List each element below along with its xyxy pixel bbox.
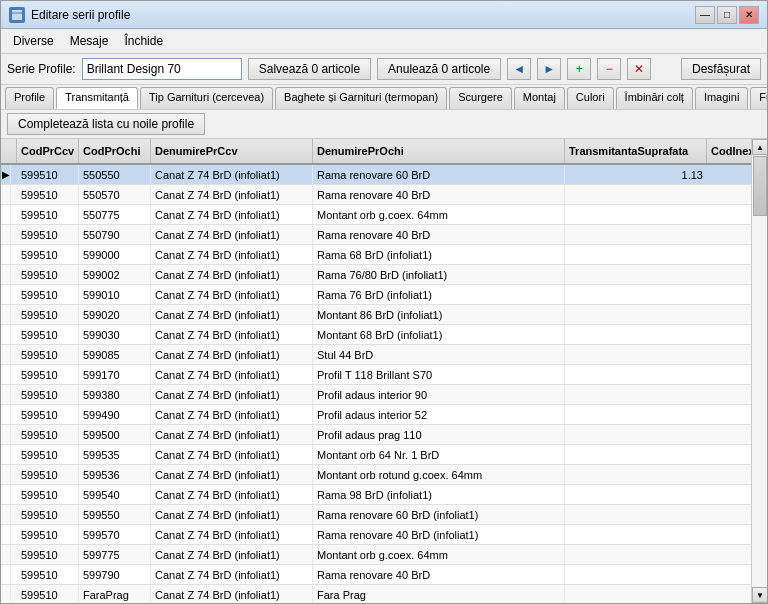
prev-button[interactable]: ◄ bbox=[507, 58, 531, 80]
cell-denumprcvv: Canat Z 74 BrD (infoliat1) bbox=[151, 285, 313, 304]
cell-codprochi: FaraPrag bbox=[79, 585, 151, 603]
cell-denumprcvv: Canat Z 74 BrD (infoliat1) bbox=[151, 385, 313, 404]
cell-transmitanta[interactable] bbox=[565, 225, 707, 244]
table-row[interactable]: 599510 599535 Canat Z 74 BrD (infoliat1)… bbox=[1, 445, 751, 465]
tab-transmitanta[interactable]: Transmitanță bbox=[56, 87, 138, 109]
cell-codprochi: 599540 bbox=[79, 485, 151, 504]
table-row[interactable]: 599510 599010 Canat Z 74 BrD (infoliat1)… bbox=[1, 285, 751, 305]
cell-transmitanta[interactable] bbox=[565, 205, 707, 224]
table-row[interactable]: 599510 FaraPrag Canat Z 74 BrD (infoliat… bbox=[1, 585, 751, 603]
cell-transmitanta[interactable] bbox=[565, 185, 707, 204]
scroll-thumb[interactable] bbox=[753, 156, 767, 216]
table-row[interactable]: 599510 599550 Canat Z 74 BrD (infoliat1)… bbox=[1, 505, 751, 525]
close-button[interactable]: ✕ bbox=[739, 6, 759, 24]
table-row[interactable]: 599510 599002 Canat Z 74 BrD (infoliat1)… bbox=[1, 265, 751, 285]
cell-transmitanta[interactable] bbox=[565, 565, 707, 584]
row-indicator bbox=[1, 285, 11, 304]
add-button[interactable]: + bbox=[567, 58, 591, 80]
remove-button[interactable]: − bbox=[597, 58, 621, 80]
cell-transmitanta[interactable] bbox=[565, 265, 707, 284]
cell-codprochi: 550790 bbox=[79, 225, 151, 244]
table-row[interactable]: 599510 550570 Canat Z 74 BrD (infoliat1)… bbox=[1, 185, 751, 205]
table-row[interactable]: 599510 599020 Canat Z 74 BrD (infoliat1)… bbox=[1, 305, 751, 325]
table-row[interactable]: 599510 599030 Canat Z 74 BrD (infoliat1)… bbox=[1, 325, 751, 345]
row-indicator bbox=[1, 245, 11, 264]
cell-denumprochi: Rama renovare 40 BrD bbox=[313, 225, 565, 244]
cell-transmitanta[interactable] bbox=[565, 425, 707, 444]
menu-mesaje[interactable]: Mesaje bbox=[62, 31, 117, 51]
scroll-up-button[interactable]: ▲ bbox=[752, 139, 767, 155]
tab-tip-garnituri[interactable]: Tip Garnituri (cercevea) bbox=[140, 87, 273, 109]
tab-functii[interactable]: Funcții ferea… bbox=[750, 87, 767, 109]
cell-transmitanta[interactable] bbox=[565, 525, 707, 544]
table-body[interactable]: ▶ 599510 550550 Canat Z 74 BrD (infoliat… bbox=[1, 165, 751, 603]
cell-transmitanta[interactable] bbox=[565, 245, 707, 264]
cell-denumprcvv: Canat Z 74 BrD (infoliat1) bbox=[151, 245, 313, 264]
row-indicator bbox=[1, 585, 11, 603]
cell-codprcvv: 599510 bbox=[17, 365, 79, 384]
table-row[interactable]: 599510 599170 Canat Z 74 BrD (infoliat1)… bbox=[1, 365, 751, 385]
expand-button[interactable]: Desfășurat bbox=[681, 58, 761, 80]
table-row[interactable]: 599510 550790 Canat Z 74 BrD (infoliat1)… bbox=[1, 225, 751, 245]
complete-list-button[interactable]: Completează lista cu noile profile bbox=[7, 113, 205, 135]
table-row[interactable]: 599510 599500 Canat Z 74 BrD (infoliat1)… bbox=[1, 425, 751, 445]
cell-codprochi: 599790 bbox=[79, 565, 151, 584]
scrollbar-vertical[interactable]: ▲ ▼ bbox=[751, 139, 767, 603]
table-row[interactable]: 599510 599540 Canat Z 74 BrD (infoliat1)… bbox=[1, 485, 751, 505]
cell-transmitanta[interactable] bbox=[565, 445, 707, 464]
table-row[interactable]: 599510 599775 Canat Z 74 BrD (infoliat1)… bbox=[1, 545, 751, 565]
cell-transmitanta[interactable] bbox=[565, 585, 707, 603]
tab-montaj[interactable]: Montaj bbox=[514, 87, 565, 109]
tab-imbinari[interactable]: Îmbinări colț bbox=[616, 87, 693, 109]
table-row[interactable]: 599510 599490 Canat Z 74 BrD (infoliat1)… bbox=[1, 405, 751, 425]
delete-button[interactable]: ✕ bbox=[627, 58, 651, 80]
cell-denumprochi: Montant orb rotund g.coex. 64mm bbox=[313, 465, 565, 484]
menu-inchide[interactable]: Închide bbox=[116, 31, 171, 51]
cell-transmitanta[interactable] bbox=[565, 465, 707, 484]
cell-transmitanta[interactable] bbox=[565, 365, 707, 384]
table-row[interactable]: 599510 599380 Canat Z 74 BrD (infoliat1)… bbox=[1, 385, 751, 405]
table-row[interactable]: 599510 599085 Canat Z 74 BrD (infoliat1)… bbox=[1, 345, 751, 365]
cell-denumprcvv: Canat Z 74 BrD (infoliat1) bbox=[151, 325, 313, 344]
window-title: Editare serii profile bbox=[31, 8, 130, 22]
window-icon bbox=[9, 7, 25, 23]
row-indicator bbox=[1, 185, 11, 204]
cell-transmitanta[interactable] bbox=[565, 405, 707, 424]
table-row[interactable]: 599510 599570 Canat Z 74 BrD (infoliat1)… bbox=[1, 525, 751, 545]
tab-baghete[interactable]: Baghete și Garnituri (termopan) bbox=[275, 87, 447, 109]
cell-codprochi: 599380 bbox=[79, 385, 151, 404]
cell-denumprochi: Profil adaus prag 110 bbox=[313, 425, 565, 444]
cell-transmitanta[interactable] bbox=[565, 485, 707, 504]
cell-denumprcvv: Canat Z 74 BrD (infoliat1) bbox=[151, 205, 313, 224]
cell-transmitanta[interactable] bbox=[565, 305, 707, 324]
cell-transmitanta[interactable]: 1.13 bbox=[565, 165, 707, 184]
scroll-track[interactable] bbox=[752, 155, 767, 587]
cell-denumprochi: Fara Prag bbox=[313, 585, 565, 603]
tab-scurgere[interactable]: Scurgere bbox=[449, 87, 512, 109]
save-button[interactable]: Salvează 0 articole bbox=[248, 58, 371, 80]
cell-transmitanta[interactable] bbox=[565, 285, 707, 304]
cell-denumprochi: Rama 76 BrD (infoliat1) bbox=[313, 285, 565, 304]
cell-transmitanta[interactable] bbox=[565, 345, 707, 364]
cell-transmitanta[interactable] bbox=[565, 505, 707, 524]
cancel-button[interactable]: Anulează 0 articole bbox=[377, 58, 501, 80]
serie-input[interactable] bbox=[82, 58, 242, 80]
next-button[interactable]: ► bbox=[537, 58, 561, 80]
table-row[interactable]: 599510 550775 Canat Z 74 BrD (infoliat1)… bbox=[1, 205, 751, 225]
tab-culori[interactable]: Culori bbox=[567, 87, 614, 109]
table-row[interactable]: 599510 599536 Canat Z 74 BrD (infoliat1)… bbox=[1, 465, 751, 485]
cell-codprochi: 599550 bbox=[79, 505, 151, 524]
cell-transmitanta[interactable] bbox=[565, 385, 707, 404]
tab-imagini[interactable]: Imagini bbox=[695, 87, 748, 109]
table-row[interactable]: 599510 599790 Canat Z 74 BrD (infoliat1)… bbox=[1, 565, 751, 585]
cell-transmitanta[interactable] bbox=[565, 545, 707, 564]
minimize-button[interactable]: — bbox=[695, 6, 715, 24]
tab-profile[interactable]: Profile bbox=[5, 87, 54, 109]
scroll-down-button[interactable]: ▼ bbox=[752, 587, 767, 603]
cell-transmitanta[interactable] bbox=[565, 325, 707, 344]
menu-diverse[interactable]: Diverse bbox=[5, 31, 62, 51]
cell-denumprochi: Rama 98 BrD (infoliat1) bbox=[313, 485, 565, 504]
maximize-button[interactable]: □ bbox=[717, 6, 737, 24]
table-row[interactable]: 599510 599000 Canat Z 74 BrD (infoliat1)… bbox=[1, 245, 751, 265]
table-row[interactable]: ▶ 599510 550550 Canat Z 74 BrD (infoliat… bbox=[1, 165, 751, 185]
